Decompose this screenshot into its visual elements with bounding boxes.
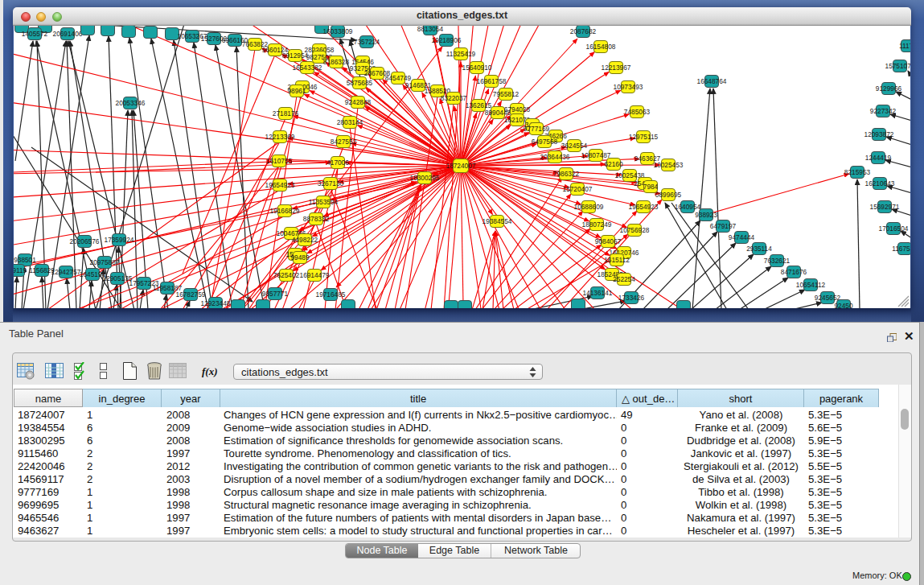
svg-text:8215953: 8215953 bbox=[844, 168, 871, 176]
svg-text:1733426: 1733426 bbox=[618, 294, 645, 302]
svg-text:16033809: 16033809 bbox=[323, 27, 353, 35]
svg-text:9129966: 9129966 bbox=[876, 84, 902, 93]
svg-text:4498222: 4498222 bbox=[292, 236, 318, 244]
svg-text:15720407: 15720407 bbox=[563, 185, 593, 193]
svg-text:12905135: 12905135 bbox=[103, 274, 133, 282]
svg-text:9242848: 9242848 bbox=[345, 98, 372, 106]
svg-text:19384554: 19384554 bbox=[483, 217, 512, 225]
svg-text:9245652: 9245652 bbox=[815, 294, 841, 302]
svg-text:12093872: 12093872 bbox=[864, 130, 894, 138]
svg-text:7357224: 7357224 bbox=[354, 38, 380, 46]
svg-text:3624554: 3624554 bbox=[561, 142, 588, 150]
svg-text:16210643: 16210643 bbox=[865, 179, 895, 187]
svg-text:6794028: 6794028 bbox=[504, 105, 531, 113]
svg-text:9474444: 9474444 bbox=[729, 233, 755, 241]
svg-text:2803144: 2803144 bbox=[337, 118, 363, 126]
svg-text:20691406: 20691406 bbox=[53, 30, 83, 38]
svg-text:98961: 98961 bbox=[287, 87, 306, 95]
svg-text:7955812: 7955812 bbox=[493, 90, 519, 98]
svg-text:7485063: 7485063 bbox=[624, 108, 651, 116]
svg-text:938501: 938501 bbox=[14, 256, 36, 264]
svg-text:8471676: 8471676 bbox=[781, 268, 807, 276]
svg-text:17359924: 17359924 bbox=[105, 236, 134, 244]
svg-text:2087682: 2087682 bbox=[570, 27, 597, 35]
svg-text:12975115: 12975115 bbox=[629, 133, 659, 141]
svg-text:92450: 92450 bbox=[834, 302, 852, 309]
svg-text:18807249: 18807249 bbox=[582, 220, 612, 229]
svg-text:0899695: 0899695 bbox=[655, 191, 682, 199]
svg-text:20975887: 20975887 bbox=[90, 258, 120, 266]
svg-text:19166829: 19166829 bbox=[270, 207, 300, 215]
svg-text:8813054: 8813054 bbox=[417, 26, 444, 33]
svg-text:2935114: 2935114 bbox=[746, 245, 772, 253]
svg-text:1244419: 1244419 bbox=[865, 154, 892, 162]
svg-text:19654923: 19654923 bbox=[265, 181, 295, 189]
svg-text:3267130: 3267130 bbox=[318, 179, 344, 187]
svg-text:6497568: 6497568 bbox=[532, 138, 558, 146]
svg-text:10688609: 10688609 bbox=[574, 203, 604, 211]
svg-text:7625402: 7625402 bbox=[273, 271, 300, 279]
svg-text:16961758: 16961758 bbox=[477, 77, 507, 85]
svg-text:5875685: 5875685 bbox=[347, 79, 373, 87]
svg-text:9857771: 9857771 bbox=[262, 290, 289, 298]
svg-text:10973493: 10973493 bbox=[614, 83, 643, 91]
svg-text:1167533: 1167533 bbox=[892, 245, 910, 253]
svg-text:1405572: 1405572 bbox=[22, 30, 48, 38]
svg-text:16648764: 16648764 bbox=[697, 77, 727, 85]
svg-text:252254: 252254 bbox=[613, 275, 635, 283]
svg-text:8322037: 8322037 bbox=[441, 94, 467, 102]
svg-text:1615112: 1615112 bbox=[604, 256, 630, 264]
svg-text:12213369: 12213369 bbox=[265, 133, 295, 141]
svg-text:99489: 99489 bbox=[290, 253, 309, 262]
svg-text:10807487: 10807487 bbox=[581, 151, 611, 159]
svg-text:19218906: 19218906 bbox=[432, 36, 462, 44]
svg-text:9227342: 9227342 bbox=[870, 107, 897, 115]
svg-text:10654112: 10654112 bbox=[796, 281, 826, 289]
svg-text:938923: 938923 bbox=[695, 211, 717, 219]
svg-text:1610755: 1610755 bbox=[266, 157, 293, 165]
svg-text:20053346: 20053346 bbox=[116, 99, 146, 107]
svg-text:1640954: 1640954 bbox=[675, 203, 701, 211]
svg-text:16154808: 16154808 bbox=[586, 43, 616, 51]
svg-text:417006: 417006 bbox=[326, 159, 349, 167]
svg-text:15692971: 15692971 bbox=[870, 203, 900, 211]
svg-text:12213967: 12213967 bbox=[602, 64, 631, 72]
svg-text:14136141: 14136141 bbox=[583, 289, 613, 297]
svg-text:11325419: 11325419 bbox=[446, 50, 476, 58]
svg-text:15640910: 15640910 bbox=[462, 64, 492, 72]
svg-text:12942757: 12942757 bbox=[51, 268, 81, 276]
svg-text:20206576: 20206576 bbox=[70, 237, 100, 245]
svg-text:7986322: 7986322 bbox=[553, 170, 580, 178]
svg-text:11353594: 11353594 bbox=[309, 198, 339, 206]
svg-text:10756928: 10756928 bbox=[620, 226, 650, 234]
svg-text:7632621: 7632621 bbox=[764, 257, 791, 265]
svg-text:19654923: 19654923 bbox=[629, 203, 659, 211]
svg-text:8878332: 8878332 bbox=[303, 215, 330, 223]
svg-text:8186328: 8186328 bbox=[323, 58, 350, 66]
svg-text:17016504: 17016504 bbox=[879, 225, 909, 233]
svg-text:f(x): f(x) bbox=[202, 365, 218, 377]
svg-text:9084067: 9084067 bbox=[595, 237, 622, 245]
svg-text:11174: 11174 bbox=[899, 42, 910, 50]
svg-text:19716485: 19716485 bbox=[316, 290, 346, 299]
svg-text:18300295: 18300295 bbox=[410, 174, 440, 182]
svg-text:9463627: 9463627 bbox=[634, 154, 661, 163]
svg-text:39119: 39119 bbox=[14, 266, 27, 274]
svg-text:18724007: 18724007 bbox=[446, 162, 476, 170]
svg-text:16914479: 16914479 bbox=[300, 271, 330, 279]
svg-text:62160: 62160 bbox=[604, 160, 622, 168]
svg-text:16543382: 16543382 bbox=[293, 64, 322, 72]
svg-text:2718176: 2718176 bbox=[273, 109, 299, 117]
svg-text:16782759: 16782759 bbox=[176, 290, 206, 299]
svg-text:15751074: 15751074 bbox=[885, 62, 910, 70]
svg-text:6479197: 6479197 bbox=[710, 222, 737, 230]
svg-text:12923448: 12923448 bbox=[201, 299, 231, 307]
svg-text:8427552: 8427552 bbox=[331, 138, 357, 146]
svg-text:20364436: 20364436 bbox=[540, 153, 570, 161]
svg-text:7984: 7984 bbox=[643, 183, 659, 191]
